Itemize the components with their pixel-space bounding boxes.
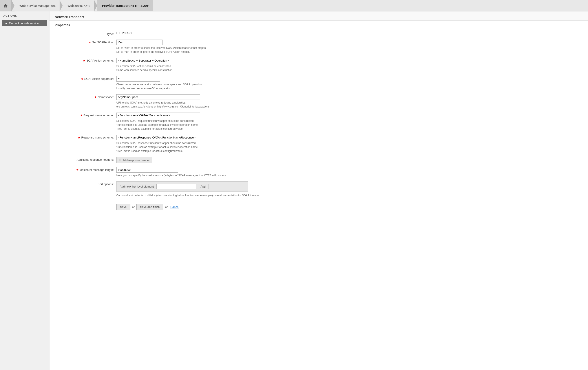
action-buttons-row: Save or Save and finish or Cancel bbox=[116, 201, 583, 211]
or-text-2: or bbox=[165, 205, 168, 209]
soapaction-separator-input[interactable] bbox=[116, 76, 160, 82]
additional-headers-field: ⊞ Add response header bbox=[116, 157, 583, 163]
breadcrumb-sep-2 bbox=[94, 0, 97, 11]
set-soapaction-input[interactable] bbox=[116, 40, 162, 45]
soapaction-separator-hint: Character to use as separator between na… bbox=[116, 82, 583, 90]
subsection-title: Properties bbox=[50, 21, 588, 29]
max-message-label: ★ Maximum message length: bbox=[55, 167, 116, 172]
soapaction-scheme-label: ★ SOAPAction scheme: bbox=[55, 58, 116, 62]
breadcrumb: Web Service Management Webservice One Pr… bbox=[0, 0, 588, 11]
response-name-scheme-field: Select how SOAP response function wrappe… bbox=[116, 135, 583, 153]
soapaction-scheme-row: ★ SOAPAction scheme: Select how SOAPActi… bbox=[55, 58, 583, 72]
cancel-button[interactable]: Cancel bbox=[169, 204, 180, 210]
plus-icon: ⊞ bbox=[119, 158, 121, 162]
sort-options-row: Sort options: Add new first level elemen… bbox=[55, 181, 583, 197]
back-to-webservice-button[interactable]: ◄ Go back to web service bbox=[2, 20, 47, 26]
namespace-row: ★ Namespace: URI to give SOAP methods a … bbox=[55, 94, 583, 109]
sort-options-label: Sort options: bbox=[55, 181, 116, 186]
request-name-scheme-input[interactable] bbox=[116, 113, 200, 118]
main-content: Network Transport Properties Type: HTTP:… bbox=[50, 11, 588, 370]
back-arrow-icon: ◄ bbox=[5, 22, 7, 25]
max-message-field: Here you can specify the maximum size (i… bbox=[116, 167, 583, 177]
sort-add-button[interactable]: Add bbox=[198, 184, 209, 189]
add-response-header-button[interactable]: ⊞ Add response header bbox=[116, 157, 152, 163]
response-name-scheme-row: ★ Response name scheme: Select how SOAP … bbox=[55, 135, 583, 153]
breadcrumb-sep-1 bbox=[60, 0, 63, 11]
soapaction-scheme-input[interactable] bbox=[116, 58, 191, 63]
request-name-scheme-label: ★ Request name scheme: bbox=[55, 113, 116, 117]
type-field: HTTP::SOAP bbox=[116, 31, 583, 34]
request-name-scheme-row: ★ Request name scheme: Select how SOAP r… bbox=[55, 113, 583, 131]
max-message-hint: Here you can specify the maximum size (i… bbox=[116, 174, 583, 177]
breadcrumb-item-wsm[interactable]: Web Service Management bbox=[14, 0, 60, 11]
request-name-scheme-hint: Select how SOAP request function wrapper… bbox=[116, 119, 583, 131]
namespace-label: ★ Namespace: bbox=[55, 94, 116, 99]
set-soapaction-label: ★ Set SOAPAction: bbox=[55, 40, 116, 44]
section-title: Network Transport bbox=[50, 11, 588, 21]
additional-headers-row: Additional response headers: ⊞ Add respo… bbox=[55, 157, 583, 163]
request-name-scheme-field: Select how SOAP request function wrapper… bbox=[116, 113, 583, 131]
response-name-scheme-label: ★ Response name scheme: bbox=[55, 135, 116, 139]
namespace-input[interactable] bbox=[116, 94, 200, 100]
max-message-row: ★ Maximum message length: Here you can s… bbox=[55, 167, 583, 177]
type-label: Type: bbox=[55, 31, 116, 36]
max-message-input[interactable] bbox=[116, 167, 178, 173]
form: Type: HTTP::SOAP ★ Set SOAPAction: Set t… bbox=[50, 29, 588, 217]
set-soapaction-row: ★ Set SOAPAction: Set to "Yes" in order … bbox=[55, 40, 583, 54]
save-button[interactable]: Save bbox=[116, 204, 130, 210]
response-name-scheme-hint: Select how SOAP response function wrappe… bbox=[116, 141, 583, 153]
sort-options-field: Add new first level element: Add Outboun… bbox=[116, 181, 583, 197]
sidebar: Actions ◄ Go back to web service bbox=[0, 11, 50, 370]
sort-first-level-input[interactable] bbox=[156, 184, 196, 189]
additional-headers-label: Additional response headers: bbox=[55, 157, 116, 161]
home-button[interactable] bbox=[0, 0, 11, 11]
sort-hint: Outbound sort order for xml fields (stru… bbox=[116, 194, 270, 197]
soapaction-separator-row: ★ SOAPAction separator: Character to use… bbox=[55, 76, 583, 90]
response-name-scheme-input[interactable] bbox=[116, 135, 200, 140]
soapaction-scheme-hint: Select how SOAPAction should be construc… bbox=[116, 64, 583, 72]
soapaction-scheme-field: Select how SOAPAction should be construc… bbox=[116, 58, 583, 72]
sidebar-title: Actions bbox=[0, 11, 49, 19]
breadcrumb-sep-0 bbox=[11, 0, 14, 11]
type-row: Type: HTTP::SOAP bbox=[55, 31, 583, 36]
or-text-1: or bbox=[132, 205, 135, 209]
set-soapaction-field: Set to "Yes" in order to check the recei… bbox=[116, 40, 583, 54]
save-and-finish-button[interactable]: Save and finish bbox=[136, 204, 163, 210]
breadcrumb-item-ws1[interactable]: Webservice One bbox=[63, 0, 94, 11]
sort-first-level-label: Add new first level element: bbox=[120, 185, 155, 188]
breadcrumb-item-transport[interactable]: Provider Transport HTTP::SOAP bbox=[97, 0, 153, 11]
type-value: HTTP::SOAP bbox=[116, 31, 133, 34]
sort-options-box: Add new first level element: Add bbox=[116, 181, 248, 192]
set-soapaction-hint: Set to "Yes" in order to check the recei… bbox=[116, 46, 583, 54]
namespace-hint: URI to give SOAP methods a context, redu… bbox=[116, 101, 583, 109]
soapaction-separator-field: Character to use as separator between na… bbox=[116, 76, 583, 90]
soapaction-separator-label: ★ SOAPAction separator: bbox=[55, 76, 116, 81]
namespace-field: URI to give SOAP methods a context, redu… bbox=[116, 94, 583, 109]
